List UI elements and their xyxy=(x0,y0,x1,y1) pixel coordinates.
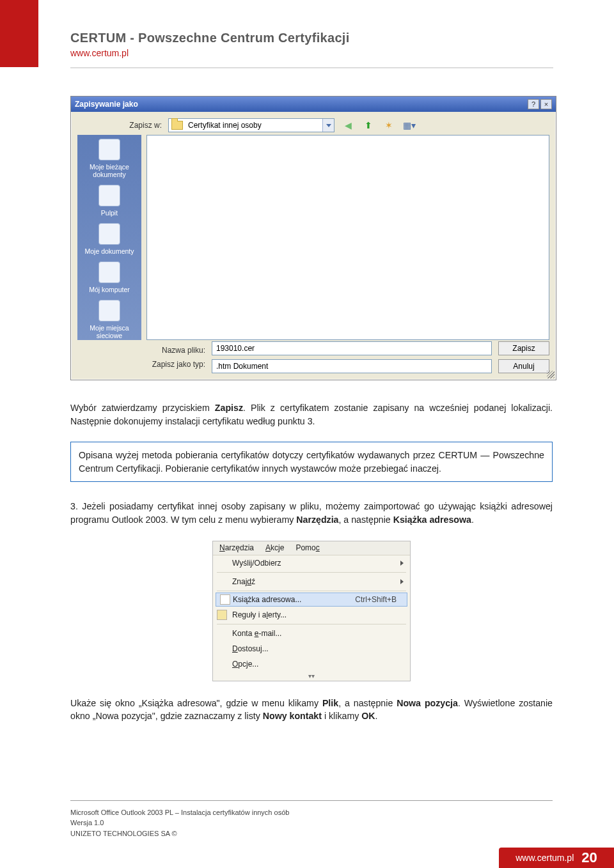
footer-url: www.certum.pl xyxy=(516,853,574,863)
back-icon[interactable]: ◀ xyxy=(341,118,355,132)
views-icon[interactable]: ▦▾ xyxy=(402,118,416,132)
header-title: CERTUM - Powszechne Centrum Certyfikacji xyxy=(70,31,350,45)
place-network[interactable]: Moje miejsca sieciowe xyxy=(81,300,138,339)
dialog-title: Zapisywanie jako xyxy=(75,100,528,109)
outlook-menu: Narzędzia Akcje Pomoc Wyślij/Odbierz Zna… xyxy=(212,541,411,681)
dialog-top-row: Zapisz w: Certyfikat innej osoby ◀ ⬆ ✶ ▦… xyxy=(71,112,556,136)
resize-grip-icon[interactable] xyxy=(547,371,555,378)
address-book-icon xyxy=(220,594,230,605)
new-folder-icon[interactable]: ✶ xyxy=(382,118,396,132)
desktop-icon xyxy=(98,185,120,206)
menu-item-rules-alerts[interactable]: Reguły i alerty... xyxy=(213,607,410,623)
footer-line-1: Microsoft Office Outlook 2003 PL – Insta… xyxy=(70,807,553,818)
filetype-label: Zapisz jako typ: xyxy=(148,360,205,369)
text: . xyxy=(471,515,474,525)
menu-item-shortcut: Ctrl+Shift+B xyxy=(355,595,397,604)
up-icon[interactable]: ⬆ xyxy=(361,118,375,132)
place-label: Moje miejsca sieciowe xyxy=(81,324,138,339)
text: , a następnie xyxy=(338,515,393,525)
paragraph-1: Wybór zatwierdzamy przyciskiem Zapisz. P… xyxy=(70,401,553,428)
recent-docs-icon xyxy=(98,139,120,160)
filename-label: Nazwa pliku: xyxy=(148,346,205,355)
file-list-area[interactable] xyxy=(146,135,549,340)
footer-line-2: Wersja 1.0 xyxy=(70,818,553,828)
menu-actions[interactable]: Akcje xyxy=(265,543,284,553)
dialog-body: Moje bieżące dokumenty Pulpit Moje dokum… xyxy=(77,135,549,340)
help-icon[interactable]: ? xyxy=(528,99,539,109)
menu-separator xyxy=(217,572,406,573)
menu-item-email-accounts[interactable]: Konta e-mail... xyxy=(213,626,410,641)
menu-item-label: Dostosuj... xyxy=(232,644,269,653)
place-desktop[interactable]: Pulpit xyxy=(81,185,138,217)
page: CERTUM - Powszechne Centrum Certyfikacji… xyxy=(0,0,614,868)
content-area: Wybór zatwierdzamy przyciskiem Zapisz. P… xyxy=(70,401,553,737)
place-label: Moje dokumenty xyxy=(84,247,134,255)
dialog-titlebar[interactable]: Zapisywanie jako ? × xyxy=(71,97,556,112)
text: i klikamy xyxy=(322,711,361,721)
text-bold: Plik xyxy=(322,698,338,708)
menu-item-options[interactable]: Opcje... xyxy=(213,656,410,672)
menu-tools[interactable]: Narzędzia xyxy=(219,543,254,553)
menu-expand-icon[interactable]: ▾▾ xyxy=(213,672,410,681)
menu-item-label: Konta e-mail... xyxy=(232,629,281,638)
page-number: 20 xyxy=(581,849,597,866)
text: Ukaże się okno „Książka adresowa", gdzie… xyxy=(70,698,322,708)
footer: Microsoft Office Outlook 2003 PL – Insta… xyxy=(70,800,553,839)
filename-value: 193010.cer xyxy=(212,344,480,353)
place-label: Pulpit xyxy=(101,209,118,217)
menu-item-label: Reguły i alerty... xyxy=(232,610,287,619)
text: . xyxy=(375,711,378,721)
place-my-documents[interactable]: Moje dokumenty xyxy=(81,223,138,255)
my-computer-icon xyxy=(98,261,120,283)
text-bold: Nowa pozycja xyxy=(397,698,458,708)
chevron-right-icon xyxy=(400,559,404,568)
page-header: CERTUM - Powszechne Centrum Certyfikacji… xyxy=(70,31,350,58)
places-bar: Moje bieżące dokumenty Pulpit Moje dokum… xyxy=(77,135,141,340)
text-bold: Narzędzia xyxy=(296,515,338,525)
text-bold: OK xyxy=(361,711,375,721)
text: , a następnie xyxy=(338,698,397,708)
menu-separator xyxy=(217,591,406,591)
text-bold: Nowy kontakt xyxy=(263,711,322,721)
chevron-down-icon[interactable] xyxy=(322,119,334,132)
cancel-button[interactable]: Anuluj xyxy=(498,359,549,373)
filetype-value: .htm Dokument xyxy=(212,362,480,371)
page-number-badge: www.certum.pl 20 xyxy=(499,848,614,868)
place-label: Moje bieżące dokumenty xyxy=(81,163,138,178)
dialog-bottom: Nazwa pliku: Zapisz jako typ: 193010.cer… xyxy=(148,341,549,373)
menu-item-find[interactable]: Znajdź xyxy=(213,574,410,589)
my-documents-icon xyxy=(98,223,120,245)
rules-icon xyxy=(217,610,227,620)
left-red-strip xyxy=(0,0,38,67)
menu-item-send-receive[interactable]: Wyślij/Odbierz xyxy=(213,555,410,571)
footer-line-3: UNIZETO TECHNOLOGIES SA © xyxy=(70,828,553,839)
place-recent-docs[interactable]: Moje bieżące dokumenty xyxy=(81,139,138,178)
menu-separator xyxy=(217,624,406,624)
save-in-value: Certyfikat innej osoby xyxy=(185,121,322,130)
save-button[interactable]: Zapisz xyxy=(498,341,549,355)
note-box: Opisana wyżej metoda pobierania certyfik… xyxy=(70,442,553,482)
folder-icon xyxy=(171,121,183,130)
outlook-menubar: Narzędzia Akcje Pomoc xyxy=(213,541,410,555)
filetype-select[interactable]: .htm Dokument xyxy=(212,359,492,373)
text: Wybór zatwierdzamy przyciskiem xyxy=(70,403,215,413)
menu-help[interactable]: Pomoc xyxy=(295,543,319,553)
chevron-right-icon xyxy=(400,577,404,586)
place-my-computer[interactable]: Mój komputer xyxy=(81,261,138,293)
menu-item-customize[interactable]: Dostosuj... xyxy=(213,641,410,656)
save-in-combo[interactable]: Certyfikat innej osoby xyxy=(168,118,335,132)
menu-item-address-book[interactable]: Książka adresowa...Ctrl+Shift+B xyxy=(216,593,407,607)
menu-item-label: Wyślij/Odbierz xyxy=(232,559,281,568)
paragraph-3: 3. Jeżeli posiadamy certyfikat innej oso… xyxy=(70,500,553,526)
header-subtitle: www.certum.pl xyxy=(70,48,350,58)
save-as-dialog: Zapisywanie jako ? × Zapisz w: Certyfika… xyxy=(70,96,556,380)
place-label: Mój komputer xyxy=(89,286,130,293)
save-in-label: Zapisz w: xyxy=(117,121,162,130)
header-rule xyxy=(70,67,553,68)
text-bold: Książka adresowa xyxy=(393,515,471,525)
menu-item-label: Książka adresowa... xyxy=(233,595,301,604)
close-icon[interactable]: × xyxy=(540,99,552,109)
network-places-icon xyxy=(98,300,120,322)
filename-input[interactable]: 193010.cer xyxy=(212,341,492,355)
text-bold: Zapisz xyxy=(215,403,243,413)
